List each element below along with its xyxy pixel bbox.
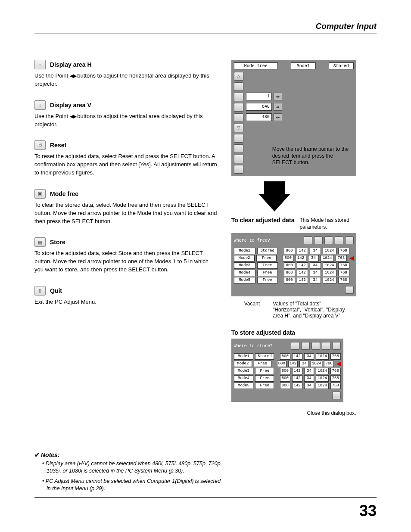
val-v: 34 — [304, 375, 314, 382]
hdr-icon — [332, 342, 341, 350]
table-row[interactable]: Mode3Free800142341024768 — [234, 368, 341, 374]
osd-stored-chip: Stored — [329, 62, 354, 69]
left-right-arrows-icon: ◀▶ — [70, 72, 76, 80]
page-number: 33 — [359, 502, 377, 520]
left-column: ↔ Display area H Use the Point ◀▶ button… — [34, 60, 218, 417]
table-row[interactable]: Mode5Free800142341024768 — [234, 383, 341, 389]
osd-quit-icon[interactable] — [234, 165, 243, 174]
store-table-title: Where to store? — [234, 344, 273, 348]
table-row[interactable]: Mode4Free800142341024768 — [234, 270, 354, 276]
table-row[interactable]: Mode2Free800142341024768 — [234, 255, 354, 261]
quit-title: Quit — [50, 287, 62, 294]
mode-status: Free — [257, 270, 278, 276]
osd-item-icon[interactable] — [234, 103, 243, 112]
mode-name: Mode3 — [234, 262, 255, 269]
mode-name: Mode3 — [234, 368, 254, 374]
reset-body: To reset the adjusted data, select Reset… — [34, 152, 218, 177]
notes-title: Notes: — [41, 451, 60, 458]
val-dh: 1024 — [316, 375, 328, 382]
quit-icon: ▯ — [34, 286, 46, 296]
val-v: 34 — [304, 383, 314, 389]
mode-name: Mode1 — [234, 353, 254, 360]
table-row[interactable]: Mode1Stored800142341024768 — [234, 353, 341, 360]
vacant-callout: Vacant — [244, 301, 260, 319]
osd-reset-icon[interactable] — [234, 134, 243, 143]
clear-table-title: Where to free? — [234, 238, 270, 243]
val-dh: 1024 — [323, 248, 336, 254]
hdr-icon — [314, 236, 323, 244]
mode-status: Free — [255, 375, 274, 382]
val-h: 142 — [292, 383, 302, 389]
values-callout: Values of "Total dots", "Horizontal", "V… — [273, 301, 346, 319]
val-dv: 768 — [338, 262, 349, 269]
close-icon[interactable] — [332, 392, 341, 399]
mode-free-body: To clear the stored data, select Mode fr… — [34, 201, 218, 226]
table-row[interactable]: Mode2Free800142341024768 — [234, 361, 341, 367]
val-dots: 800 — [284, 262, 295, 269]
display-area-h-body: Use the Point ◀▶ buttons to adjust the h… — [34, 72, 218, 88]
val-h: 142 — [292, 353, 302, 360]
val-dots: 800 — [280, 368, 290, 374]
display-area-v-body: Use the Point ◀▶ buttons to adjust the v… — [34, 112, 218, 129]
table-row[interactable]: Mode4Free800142341024768 — [234, 375, 341, 382]
osd-item-icon[interactable] — [234, 82, 243, 91]
store-icon: ▤ — [34, 237, 46, 247]
notes-section: ✔Notes: Display area (H/V) cannot be sel… — [34, 451, 224, 493]
store-title: Store — [50, 239, 65, 246]
val-v: 34 — [310, 277, 321, 283]
osd-up-icon[interactable]: △ — [234, 72, 243, 81]
val-h: 142 — [297, 262, 308, 269]
close-icon[interactable] — [345, 286, 354, 294]
osd-adjust-arrows[interactable]: ◂▸ — [274, 93, 282, 100]
table-row[interactable]: Mode1Stored800142341024768 — [234, 248, 354, 254]
mode-name: Mode2 — [234, 255, 255, 261]
val-v: 34 — [304, 353, 314, 360]
hdr-icon — [324, 236, 333, 244]
val-v: 34 — [310, 248, 321, 254]
val-dh: 1024 — [316, 368, 328, 374]
osd-mode1-chip: Mode1 — [291, 62, 316, 69]
reset-title: Reset — [50, 142, 66, 149]
right-column: Mode free Mode1 Stored △ ▽ — [231, 60, 377, 417]
store-data-heading: To store adjusted data — [231, 329, 377, 336]
osd-store-icon[interactable] — [234, 155, 243, 163]
val-dots: 800 — [284, 277, 295, 283]
val-dv: 768 — [330, 375, 341, 382]
table-row[interactable]: Mode5Free800142341024768 — [234, 277, 354, 283]
footer-divider — [34, 497, 377, 498]
page-header: Computer Input — [34, 22, 377, 34]
val-dv: 768 — [330, 368, 341, 374]
clear-data-table: Where to free? Mode1Stored80014234102476… — [231, 233, 356, 296]
osd-value-2: 640 — [246, 103, 272, 111]
val-dh: 1024 — [323, 277, 336, 283]
display-area-h-title: Display area H — [50, 61, 92, 68]
val-v: 34 — [310, 270, 321, 276]
note-item: Display area (H/V) cannot be selected wh… — [42, 460, 224, 475]
mode-name: Mode2 — [234, 361, 252, 367]
val-h: 142 — [288, 361, 298, 367]
display-area-h-icon: ↔ — [34, 60, 46, 69]
val-h: 142 — [297, 248, 308, 254]
mode-name: Mode1 — [234, 248, 255, 254]
note-item: PC Adjust Menu cannot be selected when C… — [42, 478, 224, 493]
osd-item-icon[interactable] — [234, 113, 243, 122]
osd-adjust-arrows[interactable]: ◂▸ — [274, 113, 282, 121]
osd-modefree-icon[interactable] — [234, 144, 243, 153]
osd-down-icon[interactable]: ▽ — [234, 124, 243, 132]
table-row[interactable]: Mode3Free800142341024768 — [234, 262, 354, 269]
val-h: 142 — [295, 255, 306, 261]
val-v: 34 — [310, 262, 321, 269]
store-body: To store the adjusted data, select Store… — [34, 249, 218, 274]
mode-name: Mode4 — [234, 375, 254, 382]
check-icon: ✔ — [34, 451, 40, 458]
osd-instruction-caption: Move the red frame pointer to the desire… — [272, 146, 350, 166]
osd-adjust-arrows[interactable]: ◂▸ — [274, 103, 282, 111]
val-dv: 768 — [336, 255, 346, 261]
mode-status: Free — [255, 368, 274, 374]
hdr-icon — [291, 342, 299, 350]
clear-data-heading: To clear adjusted data — [231, 217, 295, 224]
text: Use the Point — [34, 72, 70, 79]
stored-params-note: This Mode has stored parameters. — [299, 217, 360, 230]
osd-item-icon[interactable] — [234, 93, 243, 101]
mode-status: Stored — [257, 248, 278, 254]
